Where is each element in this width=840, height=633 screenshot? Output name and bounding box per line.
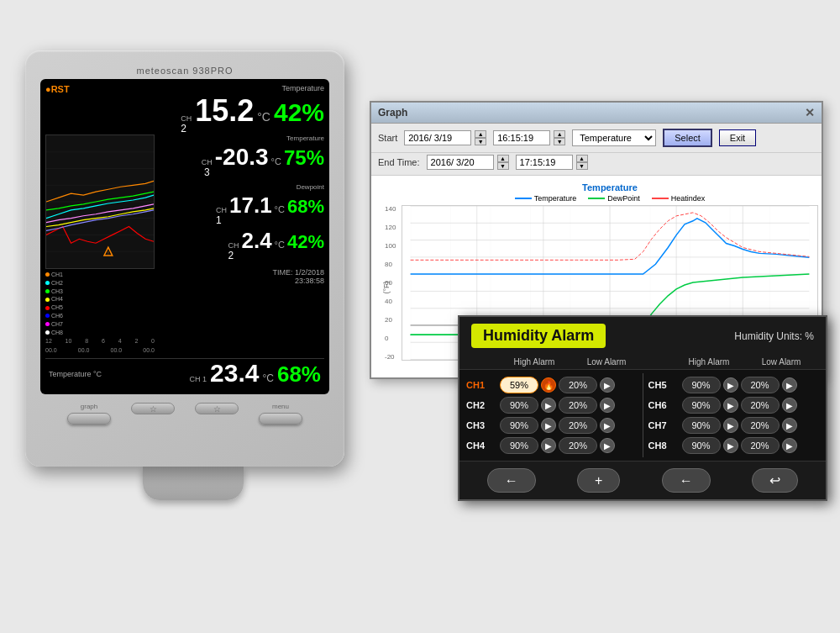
- ch2-unit: °C: [257, 110, 270, 124]
- ch7-high-input[interactable]: [682, 417, 721, 434]
- spin-down2[interactable]: ▼: [554, 138, 565, 145]
- alarm-row-ch6: CH6 ▶ ▶: [648, 397, 820, 414]
- settings2-button[interactable]: ☆: [195, 403, 239, 414]
- alarm-header: Humidity Alarm Humidity Units: %: [459, 317, 826, 355]
- ch8-high-btn[interactable]: ▶: [723, 438, 738, 453]
- ch2-low-input[interactable]: [559, 397, 597, 414]
- alarm-back-btn[interactable]: ←: [487, 468, 536, 493]
- device-body: meteoscan 938PRO ●RST Temperature CH 2 1…: [25, 50, 344, 467]
- chart-svg: !: [46, 135, 154, 268]
- device-buttons: graph ☆ ☆ menu: [40, 403, 329, 425]
- alarm-row-ch3: CH3 ▶ ▶: [466, 417, 638, 434]
- ch3-high-input[interactable]: [500, 417, 538, 434]
- start-time-input[interactable]: [493, 130, 550, 145]
- end-date-spinner: ▲ ▼: [497, 155, 509, 170]
- device-time: TIME: 1/2/2018 23:38:58: [158, 268, 324, 285]
- end-time-input[interactable]: [516, 155, 573, 170]
- menu-btn-group: menu: [259, 403, 302, 425]
- chart-title: Temperature: [402, 182, 818, 193]
- mini-chart: !: [45, 135, 155, 269]
- ch4-controls: ▶ ▶: [500, 437, 638, 454]
- ch4-low-btn[interactable]: ▶: [600, 438, 615, 453]
- select-button[interactable]: Select: [663, 129, 712, 147]
- ch4-low-input[interactable]: [559, 437, 597, 454]
- ch7-high-btn[interactable]: ▶: [723, 418, 738, 433]
- ch4-high-input[interactable]: [500, 437, 538, 454]
- spin-up4[interactable]: ▲: [576, 155, 588, 162]
- ch8-high-input[interactable]: [682, 437, 721, 454]
- ch8-low-input[interactable]: [741, 437, 780, 454]
- chart-panel: ! CH1 CH2 CH3 CH4 CH5 CH6 CH7 CH8: [45, 135, 155, 353]
- ch1-low-btn[interactable]: ▶: [600, 377, 615, 393]
- alarm-row-ch2: CH2 ▶ ▶: [466, 397, 638, 414]
- ch2-low-btn[interactable]: ▶: [600, 398, 615, 413]
- right-high-header: High Alarm: [673, 357, 745, 367]
- y-axis-labels: 00.000.000.000.0: [45, 347, 155, 353]
- chart-legend: Temperature DewPoint Heatindex: [402, 194, 818, 203]
- alarm-row-ch7: CH7 ▶ ▶: [648, 417, 820, 434]
- ch3-low-btn[interactable]: ▶: [600, 418, 615, 433]
- spin-down[interactable]: ▼: [475, 138, 486, 145]
- ch6-low-btn[interactable]: ▶: [782, 398, 797, 413]
- exit-button[interactable]: Exit: [719, 129, 756, 146]
- ch3-low-input[interactable]: [559, 417, 597, 434]
- alarm-row-ch5: CH5 ▶ ▶: [648, 377, 820, 393]
- left-high-header: High Alarm: [498, 357, 570, 367]
- ch6-low-input[interactable]: [741, 397, 780, 414]
- ch2-high-input[interactable]: [500, 397, 538, 414]
- bottom-temp: 23.4: [210, 361, 259, 386]
- ch5-high-btn[interactable]: ▶: [723, 377, 738, 393]
- device-stand: [143, 467, 244, 500]
- ch2-row-label: CH2: [466, 400, 496, 410]
- ch1-low-input[interactable]: [559, 377, 597, 393]
- ch2-high-btn[interactable]: ▶: [541, 398, 556, 413]
- ch2-temp: 15.2: [195, 96, 254, 126]
- alarm-prev-btn[interactable]: ←: [662, 468, 711, 493]
- ch8-low-btn[interactable]: ▶: [782, 438, 797, 453]
- settings-button[interactable]: ☆: [131, 403, 175, 414]
- spin-down3[interactable]: ▼: [497, 162, 509, 170]
- alarm-units: Humidity Units: %: [734, 330, 814, 342]
- ch5-low-input[interactable]: [741, 377, 780, 393]
- graph-button[interactable]: [67, 413, 111, 425]
- device-logo: ●RST: [45, 84, 70, 94]
- dew-hum: 68%: [287, 196, 324, 218]
- ch7-low-input[interactable]: [741, 417, 780, 434]
- ch4-high-btn[interactable]: ▶: [541, 438, 556, 453]
- spin-down4[interactable]: ▼: [576, 162, 588, 170]
- ch5-controls: ▶ ▶: [682, 377, 820, 393]
- alarm-window: Humidity Alarm Humidity Units: % High Al…: [458, 315, 827, 501]
- alarm-title: Humidity Alarm: [471, 324, 606, 348]
- bottom-label: Temperature °C: [49, 370, 102, 378]
- ch7-low-btn[interactable]: ▶: [782, 418, 797, 433]
- ch3-high-btn[interactable]: ▶: [541, 418, 556, 433]
- spin-up2[interactable]: ▲: [554, 130, 565, 138]
- menu-button[interactable]: [259, 413, 302, 425]
- svg-text:!: !: [108, 251, 108, 256]
- graph-window-title: Graph: [378, 107, 407, 119]
- spin-up3[interactable]: ▲: [497, 155, 509, 162]
- ch1-high-btn[interactable]: 🔥: [541, 377, 556, 393]
- ch3-sublabel: Temperature: [158, 135, 324, 142]
- ch1-high-input[interactable]: [500, 377, 538, 393]
- start-date-input[interactable]: [404, 130, 471, 145]
- dew-ch2-unit: °C: [275, 240, 285, 250]
- chart-type-select[interactable]: Temperature Humidity: [572, 129, 656, 146]
- ch6-high-input[interactable]: [682, 397, 721, 414]
- alarm-add-btn[interactable]: +: [577, 468, 620, 493]
- screen-header: ●RST Temperature: [45, 84, 324, 94]
- dew-ch1-row: CH1 17.1 °C 68%: [158, 194, 324, 226]
- bottom-unit: °C: [262, 372, 273, 384]
- graph-close-button[interactable]: ✕: [805, 106, 815, 119]
- left-low-header: Low Alarm: [570, 357, 643, 367]
- legend-temperature: Temperature: [515, 194, 577, 203]
- alarm-return-btn[interactable]: ↩: [752, 468, 798, 493]
- ch5-low-btn[interactable]: ▶: [782, 377, 797, 393]
- spin-up[interactable]: ▲: [475, 130, 486, 138]
- ch6-high-btn[interactable]: ▶: [723, 398, 738, 413]
- ch3-temp: -20.3: [215, 145, 269, 169]
- dew-label: Dewpoint: [158, 183, 324, 191]
- end-date-input[interactable]: [427, 155, 494, 170]
- start-label: Start: [378, 133, 397, 143]
- ch5-high-input[interactable]: [682, 377, 721, 393]
